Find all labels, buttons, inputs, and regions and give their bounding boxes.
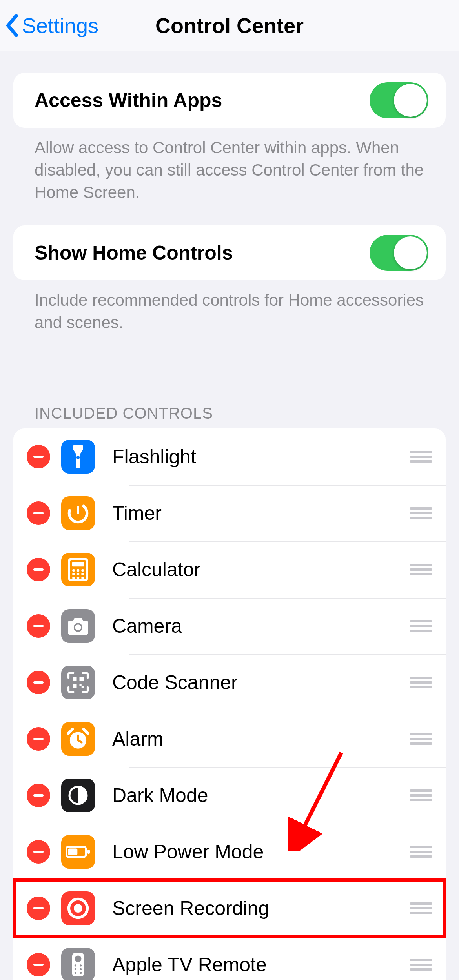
remove-button[interactable] (27, 840, 50, 864)
svg-rect-20 (82, 686, 84, 688)
svg-point-8 (72, 573, 75, 575)
svg-rect-19 (80, 684, 82, 686)
drag-handle[interactable] (410, 844, 432, 860)
control-label: Calculator (112, 558, 410, 581)
control-row: Camera (13, 598, 446, 654)
control-row: Code Scanner (13, 654, 446, 711)
control-row: Timer (13, 485, 446, 541)
remove-button[interactable] (27, 558, 50, 581)
control-row: Dark Mode (13, 767, 446, 824)
svg-point-37 (80, 972, 82, 974)
drag-handle[interactable] (410, 956, 432, 973)
remove-button[interactable] (27, 445, 50, 468)
control-row: Calculator (13, 541, 446, 598)
control-row: Screen Recording (13, 880, 446, 936)
drag-handle[interactable] (410, 448, 432, 465)
control-row: Flashlight (13, 428, 446, 485)
drag-handle[interactable] (410, 618, 432, 634)
remove-button[interactable] (27, 671, 50, 694)
show-home-controls-row: Show Home Controls (13, 225, 446, 280)
access-within-apps-footer: Allow access to Control Center within ap… (13, 128, 446, 203)
svg-point-7 (81, 569, 84, 572)
control-label: Code Scanner (112, 671, 410, 694)
timer-icon (61, 496, 95, 530)
svg-rect-17 (80, 677, 84, 681)
back-label: Settings (22, 13, 98, 38)
svg-point-9 (77, 573, 80, 575)
control-row: Apple TV Remote (13, 936, 446, 980)
svg-point-33 (80, 964, 82, 966)
svg-point-0 (76, 456, 80, 459)
control-label: Timer (112, 502, 410, 524)
drag-handle[interactable] (410, 561, 432, 578)
control-row: Low Power Mode (13, 824, 446, 880)
navigation-bar: Settings Control Center (0, 0, 459, 51)
svg-rect-18 (73, 684, 77, 688)
drag-handle[interactable] (410, 900, 432, 916)
remove-button[interactable] (27, 614, 50, 638)
svg-point-36 (75, 972, 76, 974)
control-label: Flashlight (112, 445, 410, 468)
control-label: Low Power Mode (112, 840, 410, 863)
access-within-apps-toggle[interactable] (370, 82, 428, 118)
control-label: Dark Mode (112, 784, 410, 807)
camera-icon (61, 609, 95, 643)
show-home-controls-footer: Include recommended controls for Home ac… (13, 280, 446, 334)
remove-button[interactable] (27, 784, 50, 807)
control-row: Alarm (13, 711, 446, 767)
included-controls-list: FlashlightTimerCalculatorCameraCode Scan… (13, 428, 446, 980)
svg-rect-27 (87, 849, 90, 853)
battery-icon (61, 835, 95, 869)
drag-handle[interactable] (410, 787, 432, 804)
control-label: Apple TV Remote (112, 953, 410, 976)
show-home-controls-toggle[interactable] (370, 235, 428, 271)
svg-point-29 (74, 904, 82, 913)
darkmode-icon (61, 779, 95, 812)
back-button[interactable]: Settings (0, 13, 98, 38)
control-label: Alarm (112, 728, 410, 750)
remove-button[interactable] (27, 501, 50, 525)
drag-handle[interactable] (410, 505, 432, 521)
remove-button[interactable] (27, 897, 50, 920)
record-icon (61, 891, 95, 925)
svg-rect-4 (72, 562, 84, 566)
included-controls-header: INCLUDED CONTROLS (13, 405, 459, 428)
svg-point-15 (75, 624, 81, 630)
alarm-icon (61, 722, 95, 756)
svg-point-5 (72, 569, 75, 572)
flashlight-icon (61, 440, 95, 474)
svg-point-32 (75, 964, 76, 966)
drag-handle[interactable] (410, 674, 432, 691)
remote-icon (61, 948, 95, 980)
svg-point-35 (80, 968, 82, 970)
drag-handle[interactable] (410, 731, 432, 747)
show-home-controls-label: Show Home Controls (35, 241, 370, 264)
svg-point-11 (72, 576, 75, 579)
svg-point-6 (77, 569, 80, 572)
svg-point-10 (81, 573, 84, 575)
remove-button[interactable] (27, 953, 50, 976)
remove-button[interactable] (27, 727, 50, 751)
svg-point-31 (75, 955, 82, 962)
access-within-apps-label: Access Within Apps (35, 89, 370, 112)
svg-point-12 (77, 576, 80, 579)
qr-icon (61, 666, 95, 699)
svg-point-13 (81, 576, 84, 579)
chevron-left-icon (5, 14, 20, 37)
svg-rect-16 (73, 677, 77, 681)
control-label: Screen Recording (112, 897, 410, 920)
control-label: Camera (112, 615, 410, 637)
svg-point-34 (75, 968, 76, 970)
calculator-icon (61, 553, 95, 586)
access-within-apps-row: Access Within Apps (13, 73, 446, 128)
svg-rect-26 (68, 848, 78, 855)
